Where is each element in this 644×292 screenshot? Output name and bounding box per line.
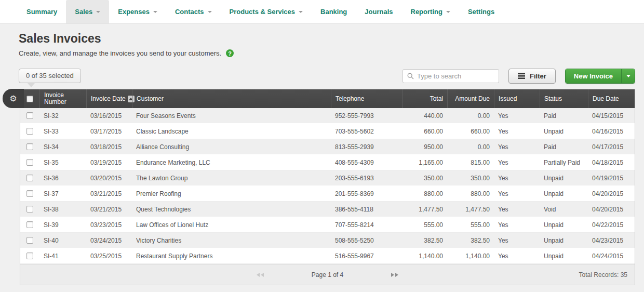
amount-due-cell: 660.00 (447, 128, 494, 135)
nav-item-label: Contacts (175, 8, 204, 16)
total-cell: 660.00 (402, 128, 447, 135)
row-checkbox-cell (20, 143, 39, 150)
row-checkbox-cell (20, 128, 39, 135)
table-row[interactable]: SI-33 03/17/2015 Classic Landscape 703-5… (20, 124, 635, 139)
filter-button[interactable]: Filter (508, 69, 556, 84)
issued-cell: Yes (494, 221, 540, 229)
row-checkbox[interactable] (26, 159, 33, 166)
invoice-date-cell: 03/24/2015 (86, 237, 132, 244)
table-header-row: Invoice Number Invoice Date Customer Tel… (20, 89, 635, 108)
column-header-due-date[interactable]: Due Date (588, 89, 635, 108)
nav-item-label: Expenses (118, 8, 150, 16)
table-row[interactable]: SI-39 03/23/2015 Law Offices of Lionel H… (20, 217, 635, 233)
column-header-invoice-date[interactable]: Invoice Date (86, 89, 132, 108)
row-checkbox[interactable] (26, 128, 33, 135)
invoice-number-cell: SI-36 (39, 175, 86, 182)
nav-item-settings[interactable]: Settings (459, 0, 503, 23)
chevron-down-icon (626, 75, 630, 77)
double-right-arrow-icon (395, 273, 398, 277)
table-row[interactable]: SI-36 03/20/2015 The Lawton Group 203-55… (20, 170, 635, 186)
table-settings-button[interactable]: ⚙ (3, 89, 24, 108)
nav-item-reporting[interactable]: Reporting (402, 0, 459, 23)
table-row[interactable]: SI-34 03/18/2015 Alliance Consulting 813… (20, 139, 635, 155)
invoice-date-cell: 03/19/2015 (86, 159, 132, 166)
invoice-number-cell: SI-32 (39, 112, 86, 120)
invoice-date-cell: 03/16/2015 (86, 112, 132, 120)
amount-due-cell: 382.50 (447, 237, 494, 244)
issued-cell: Yes (494, 253, 540, 260)
nav-item-label: Sales (75, 8, 92, 16)
row-checkbox-cell (20, 221, 39, 228)
row-checkbox[interactable] (26, 190, 33, 197)
issued-cell: Yes (494, 190, 540, 197)
double-left-arrow-icon (261, 273, 264, 277)
column-header-telephone[interactable]: Telephone (331, 89, 402, 108)
row-checkbox[interactable] (26, 143, 33, 150)
invoice-date-cell: 03/25/2015 (86, 253, 132, 260)
column-header-invoice-number[interactable]: Invoice Number (39, 89, 86, 108)
new-invoice-button[interactable]: New Invoice (566, 69, 621, 83)
column-header-status[interactable]: Status (540, 89, 588, 108)
nav-item-contacts[interactable]: Contacts (166, 0, 221, 23)
customer-cell: Premier Roofing (132, 190, 331, 197)
telephone-cell: 707-555-8214 (331, 221, 402, 229)
chevron-down-icon (446, 11, 450, 13)
due-date-cell: 04/24/2015 (588, 253, 635, 260)
new-invoice-dropdown-toggle[interactable] (621, 69, 635, 83)
telephone-cell: 201-555-8369 (331, 190, 402, 197)
invoice-number-cell: SI-33 (39, 128, 86, 135)
row-checkbox[interactable] (26, 175, 33, 181)
nav-item-expenses[interactable]: Expenses (109, 0, 166, 23)
invoice-number-cell: SI-37 (39, 190, 86, 197)
nav-item-summary[interactable]: Summary (18, 0, 66, 23)
table-row[interactable]: SI-40 03/24/2015 Victory Charities 508-5… (20, 233, 635, 248)
row-checkbox-cell (20, 112, 39, 119)
table-row[interactable]: SI-38 03/21/2015 Quest Technologies 386-… (20, 202, 635, 217)
help-icon[interactable]: ? (226, 49, 234, 57)
search-input[interactable] (417, 72, 494, 80)
amount-due-cell: 1,477.50 (447, 206, 494, 213)
due-date-cell: 04/17/2015 (588, 143, 635, 151)
nav-item-journals[interactable]: Journals (356, 0, 401, 23)
previous-page-button[interactable] (254, 271, 266, 279)
invoice-number-cell: SI-40 (39, 237, 86, 244)
chevron-down-icon (96, 11, 100, 13)
nav-item-banking[interactable]: Banking (312, 0, 356, 23)
total-cell: 950.00 (402, 143, 447, 151)
customer-cell: Endurance Marketing, LLC (132, 159, 331, 166)
column-header-customer[interactable]: Customer (132, 89, 331, 108)
row-checkbox[interactable] (26, 237, 33, 244)
table-row[interactable]: SI-41 03/25/2015 Restaurant Supply Partn… (20, 248, 635, 264)
row-checkbox[interactable] (26, 206, 33, 213)
row-checkbox[interactable] (26, 112, 33, 119)
nav-item-products-services[interactable]: Products & Services (221, 0, 312, 23)
table-row[interactable]: SI-37 03/21/2015 Premier Roofing 201-555… (20, 186, 635, 202)
row-checkbox[interactable] (26, 221, 33, 228)
nav-item-sales[interactable]: Sales (66, 0, 109, 23)
filter-button-label: Filter (530, 72, 546, 80)
page-indicator: Page 1 of 4 (312, 271, 343, 278)
amount-due-cell: 815.00 (447, 159, 494, 166)
double-left-arrow-icon (257, 273, 260, 277)
gear-icon: ⚙ (9, 95, 17, 103)
nav-item-label: Summary (26, 8, 57, 16)
column-header-amount-due[interactable]: Amount Due (447, 89, 494, 108)
nav-item-label: Reporting (411, 8, 442, 16)
due-date-cell: 04/20/2015 (588, 206, 635, 213)
column-header-total[interactable]: Total (402, 89, 447, 108)
due-date-cell: 04/23/2015 (588, 237, 635, 244)
row-checkbox[interactable] (26, 253, 33, 259)
select-all-checkbox[interactable] (26, 96, 33, 102)
chevron-down-icon (153, 11, 157, 13)
invoice-date-cell: 03/21/2015 (86, 206, 132, 213)
search-box (403, 69, 499, 83)
customer-cell: Law Offices of Lionel Hutz (132, 221, 331, 229)
next-page-button[interactable] (389, 271, 400, 279)
amount-due-cell: 350.00 (447, 175, 494, 182)
issued-cell: Yes (494, 128, 540, 135)
total-cell: 555.00 (402, 221, 447, 229)
column-header-issued[interactable]: Issued (494, 89, 540, 108)
table-row[interactable]: SI-35 03/19/2015 Endurance Marketing, LL… (20, 155, 635, 170)
filter-lines-icon (518, 73, 525, 79)
table-row[interactable]: SI-32 03/16/2015 Four Seasons Events 952… (20, 108, 635, 124)
